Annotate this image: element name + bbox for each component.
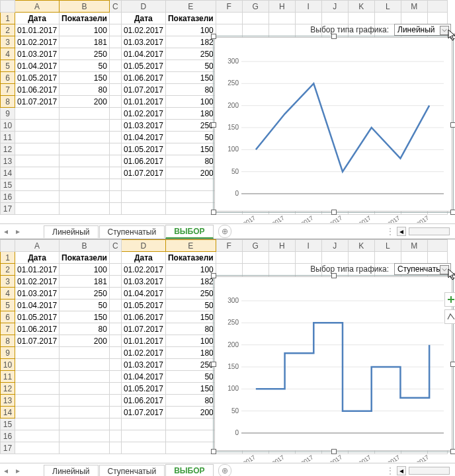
col-header-F[interactable]: F: [216, 1, 242, 13]
chart-type-dropdown[interactable]: Линейный: [394, 24, 451, 36]
col-header-G[interactable]: G: [242, 240, 269, 252]
cell[interactable]: [165, 430, 216, 442]
cell[interactable]: [15, 430, 60, 442]
cell[interactable]: [348, 252, 374, 264]
col-header-A[interactable]: A: [15, 240, 60, 252]
row-header[interactable]: 2: [1, 264, 15, 276]
cell[interactable]: Покатазели: [60, 13, 110, 24]
cell[interactable]: [60, 418, 110, 430]
cell[interactable]: [60, 395, 110, 407]
row-header[interactable]: 3: [1, 276, 15, 288]
cell[interactable]: [242, 13, 269, 24]
cell[interactable]: 182: [165, 276, 216, 288]
cell[interactable]: 180: [165, 108, 216, 120]
cell[interactable]: 150: [60, 311, 110, 323]
cell[interactable]: [60, 383, 110, 395]
col-header-I[interactable]: I: [295, 1, 321, 13]
cell[interactable]: [60, 191, 110, 203]
cell[interactable]: 50: [60, 299, 110, 311]
cell[interactable]: [165, 418, 216, 430]
cell[interactable]: 250: [165, 288, 216, 299]
cell[interactable]: [374, 13, 401, 24]
cell[interactable]: 01.03.2017: [15, 48, 60, 60]
cell[interactable]: [269, 13, 295, 24]
cell[interactable]: [109, 395, 121, 407]
dropdown-arrow-icon[interactable]: [440, 265, 449, 274]
cell[interactable]: [15, 442, 60, 454]
cell[interactable]: 50: [60, 60, 110, 72]
cell[interactable]: [295, 252, 321, 264]
cell[interactable]: 01.04.2017: [121, 48, 165, 60]
cell[interactable]: [109, 132, 121, 143]
cell[interactable]: Покатазели: [165, 13, 216, 24]
cell[interactable]: [374, 252, 401, 264]
cell[interactable]: [15, 395, 60, 407]
cell[interactable]: 01.06.2017: [121, 395, 165, 407]
cell[interactable]: 01.02.2017: [121, 264, 165, 276]
select-all-corner[interactable]: [1, 240, 15, 252]
cell[interactable]: 100: [165, 264, 216, 276]
cell[interactable]: 01.02.2017: [15, 276, 60, 288]
cell[interactable]: [109, 48, 121, 60]
cell[interactable]: 80: [60, 323, 110, 335]
tab-linear[interactable]: Линейный: [44, 225, 99, 238]
cell[interactable]: 50: [165, 132, 216, 143]
row-header[interactable]: 5: [1, 299, 15, 311]
cell[interactable]: [216, 252, 242, 264]
cell[interactable]: [109, 203, 121, 215]
cell[interactable]: 01.05.2017: [121, 60, 165, 72]
cell[interactable]: [165, 191, 216, 203]
cell[interactable]: 80: [165, 395, 216, 407]
row-header[interactable]: 4: [1, 48, 15, 60]
cell[interactable]: 200: [165, 407, 216, 418]
cell[interactable]: [109, 167, 121, 179]
col-header-I[interactable]: I: [295, 240, 321, 252]
row-header[interactable]: 6: [1, 311, 15, 323]
col-header-B[interactable]: B: [60, 1, 110, 13]
col-header-C[interactable]: C: [109, 1, 121, 13]
cell[interactable]: 200: [60, 96, 110, 108]
cell[interactable]: [60, 108, 110, 120]
cell[interactable]: [121, 442, 165, 454]
cell[interactable]: 50: [165, 371, 216, 383]
cell[interactable]: [60, 155, 110, 167]
cell[interactable]: 01.04.2017: [15, 60, 60, 72]
cell[interactable]: Дата: [121, 13, 165, 24]
col-header-H[interactable]: H: [269, 1, 295, 13]
cell[interactable]: [109, 120, 121, 132]
cell[interactable]: [109, 442, 121, 454]
cell[interactable]: 200: [60, 335, 110, 347]
tab-select[interactable]: ВЫБОР: [165, 464, 213, 477]
cell[interactable]: 250: [60, 48, 110, 60]
cell[interactable]: [109, 108, 121, 120]
column-headers[interactable]: A B C D E F G H I J K L M: [1, 240, 448, 252]
cell[interactable]: [109, 179, 121, 191]
cell[interactable]: 181: [60, 276, 110, 288]
cell[interactable]: [121, 430, 165, 442]
row-header[interactable]: 10: [1, 120, 15, 132]
cell[interactable]: 01.05.2017: [121, 143, 165, 155]
cell[interactable]: 250: [165, 48, 216, 60]
cell[interactable]: 01.05.2017: [121, 383, 165, 395]
tab-nav-prev[interactable]: ▸: [13, 226, 23, 237]
cell[interactable]: [121, 191, 165, 203]
col-header-N[interactable]: [427, 1, 447, 13]
cell[interactable]: 80: [60, 84, 110, 96]
row-header[interactable]: 14: [1, 407, 15, 418]
row-header[interactable]: 17: [1, 442, 15, 454]
row-header[interactable]: 17: [1, 203, 15, 215]
cell[interactable]: 01.06.2017: [121, 155, 165, 167]
cell[interactable]: Покатазели: [165, 252, 216, 264]
cell[interactable]: [321, 13, 348, 24]
cell[interactable]: 01.07.2017: [121, 84, 165, 96]
cell[interactable]: 80: [165, 84, 216, 96]
cell[interactable]: 100: [60, 264, 110, 276]
cell[interactable]: 250: [165, 120, 216, 132]
row-header[interactable]: 6: [1, 72, 15, 84]
horizontal-scrollbar[interactable]: ⋮ ◂: [386, 227, 450, 236]
cell[interactable]: 01.07.2017: [121, 323, 165, 335]
cell[interactable]: [242, 24, 269, 36]
row-header[interactable]: 15: [1, 179, 15, 191]
col-header-K[interactable]: K: [348, 1, 374, 13]
cell[interactable]: [15, 359, 60, 371]
